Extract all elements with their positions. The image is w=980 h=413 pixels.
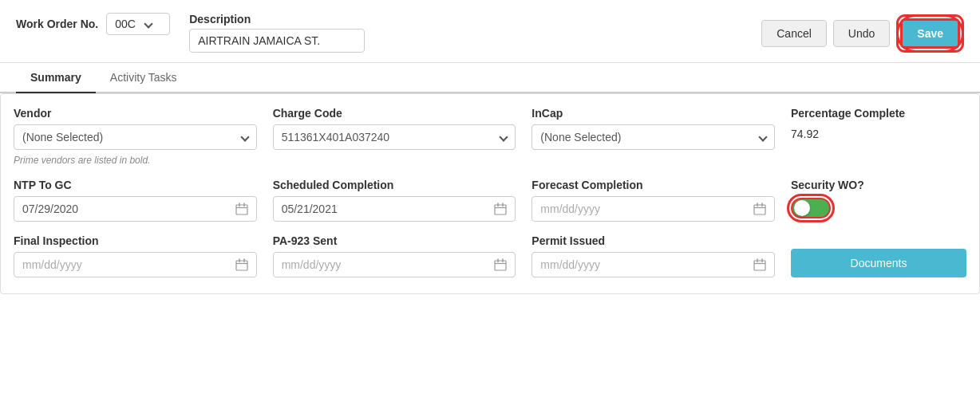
security-wo-toggle[interactable] bbox=[791, 198, 831, 218]
forecast-completion-date[interactable]: mm/dd/yyyy bbox=[531, 196, 775, 222]
save-button[interactable]: Save bbox=[900, 18, 960, 49]
security-wo-label: Security WO? bbox=[791, 179, 966, 191]
pa923-sent-placeholder: mm/dd/yyyy bbox=[282, 258, 342, 271]
vendor-select[interactable]: (None Selected) bbox=[14, 124, 257, 150]
pa923-sent-label: PA-923 Sent bbox=[273, 234, 516, 247]
svg-rect-20 bbox=[754, 261, 765, 270]
description-section: Description bbox=[189, 13, 365, 53]
save-button-wrapper: Save bbox=[896, 14, 964, 53]
cancel-button[interactable]: Cancel bbox=[761, 20, 827, 47]
scheduled-completion-label: Scheduled Completion bbox=[273, 179, 516, 191]
documents-field-group: Documents bbox=[791, 234, 966, 277]
vendor-chevron-icon bbox=[240, 132, 249, 141]
permit-issued-field-group: Permit Issued mm/dd/yyyy bbox=[531, 234, 775, 277]
vendor-hint: Prime vendors are listed in bold. bbox=[14, 155, 257, 166]
tab-activity-tasks[interactable]: Activity Tasks bbox=[96, 63, 192, 93]
permit-issued-calendar-icon bbox=[753, 258, 766, 271]
permit-issued-date[interactable]: mm/dd/yyyy bbox=[531, 252, 775, 277]
tabs-bar: Summary Activity Tasks bbox=[0, 63, 980, 93]
action-buttons: Cancel Undo Save bbox=[761, 13, 964, 53]
form-grid: Vendor (None Selected) Prime vendors are… bbox=[14, 107, 966, 277]
forecast-completion-placeholder: mm/dd/yyyy bbox=[540, 203, 600, 215]
charge-code-value: 511361X401A037240 bbox=[282, 131, 389, 144]
final-inspection-label: Final Inspection bbox=[14, 234, 257, 247]
work-order-section: Work Order No. 00C bbox=[16, 13, 170, 35]
charge-code-chevron-icon bbox=[500, 132, 508, 141]
final-inspection-placeholder: mm/dd/yyyy bbox=[22, 258, 82, 271]
scheduled-completion-calendar-icon bbox=[494, 203, 507, 215]
incap-label: InCap bbox=[531, 107, 775, 120]
description-input[interactable] bbox=[189, 29, 365, 53]
incap-field-group: InCap (None Selected) bbox=[531, 107, 775, 166]
forecast-completion-field-group: Forecast Completion mm/dd/yyyy bbox=[531, 179, 775, 222]
incap-select[interactable]: (None Selected) bbox=[531, 124, 775, 150]
ntp-to-gc-calendar-icon bbox=[235, 203, 248, 215]
incap-value: (None Selected) bbox=[540, 131, 621, 144]
charge-code-field-group: Charge Code 511361X401A037240 bbox=[273, 107, 516, 166]
scheduled-completion-value: 05/21/2021 bbox=[282, 203, 338, 215]
scheduled-completion-date[interactable]: 05/21/2021 bbox=[273, 196, 516, 222]
undo-button[interactable]: Undo bbox=[833, 20, 890, 47]
tab-summary[interactable]: Summary bbox=[16, 63, 96, 93]
permit-issued-label: Permit Issued bbox=[531, 234, 775, 247]
pa923-sent-field-group: PA-923 Sent mm/dd/yyyy bbox=[273, 234, 516, 277]
final-inspection-date[interactable]: mm/dd/yyyy bbox=[14, 252, 257, 277]
security-wo-field-group: Security WO? bbox=[791, 179, 966, 222]
documents-button[interactable]: Documents bbox=[791, 249, 966, 277]
scheduled-completion-field-group: Scheduled Completion 05/21/2021 bbox=[273, 179, 516, 222]
work-order-label: Work Order No. bbox=[16, 18, 98, 30]
ntp-to-gc-field-group: NTP To GC 07/29/2020 bbox=[14, 179, 257, 222]
svg-rect-4 bbox=[495, 205, 506, 214]
description-label: Description bbox=[189, 13, 365, 26]
final-inspection-calendar-icon bbox=[235, 258, 248, 271]
percentage-complete-field-group: Percentage Complete 74.92 bbox=[791, 107, 966, 166]
final-inspection-field-group: Final Inspection mm/dd/yyyy bbox=[14, 234, 257, 277]
percentage-complete-value: 74.92 bbox=[791, 128, 966, 140]
charge-code-label: Charge Code bbox=[273, 107, 516, 120]
toggle-track bbox=[791, 198, 831, 218]
vendor-field-group: Vendor (None Selected) Prime vendors are… bbox=[14, 107, 257, 166]
work-order-chevron-icon bbox=[144, 19, 152, 28]
svg-rect-8 bbox=[754, 205, 765, 214]
top-bar: Work Order No. 00C Description Cancel Un… bbox=[0, 0, 980, 63]
percentage-complete-label: Percentage Complete bbox=[791, 107, 966, 120]
ntp-to-gc-date[interactable]: 07/29/2020 bbox=[14, 196, 257, 222]
main-content: Vendor (None Selected) Prime vendors are… bbox=[0, 93, 980, 294]
forecast-completion-calendar-icon bbox=[753, 203, 766, 215]
incap-chevron-icon bbox=[758, 132, 767, 141]
forecast-completion-label: Forecast Completion bbox=[531, 179, 775, 191]
ntp-to-gc-value: 07/29/2020 bbox=[22, 203, 78, 215]
vendor-value: (None Selected) bbox=[22, 131, 103, 144]
pa923-sent-date[interactable]: mm/dd/yyyy bbox=[273, 252, 516, 277]
svg-rect-16 bbox=[495, 261, 506, 270]
permit-issued-placeholder: mm/dd/yyyy bbox=[540, 258, 600, 271]
svg-rect-0 bbox=[236, 205, 247, 214]
svg-rect-12 bbox=[236, 261, 247, 270]
ntp-to-gc-label: NTP To GC bbox=[14, 179, 257, 191]
pa923-sent-calendar-icon bbox=[494, 258, 507, 271]
work-order-value: 00C bbox=[115, 18, 136, 30]
charge-code-select[interactable]: 511361X401A037240 bbox=[273, 124, 516, 150]
toggle-thumb bbox=[794, 200, 810, 216]
vendor-label: Vendor bbox=[14, 107, 257, 120]
work-order-dropdown[interactable]: 00C bbox=[106, 13, 170, 35]
